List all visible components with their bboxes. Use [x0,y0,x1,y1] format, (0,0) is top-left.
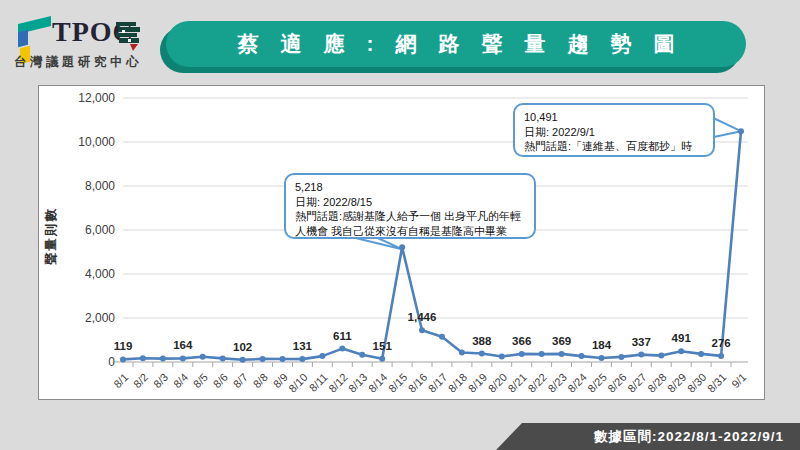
svg-text:8/6: 8/6 [211,371,230,390]
svg-text:6,000: 6,000 [85,223,115,237]
svg-text:4,000: 4,000 [85,267,115,281]
svg-text:8/25: 8/25 [585,371,609,395]
svg-text:聲量則數: 聲量則數 [44,207,58,266]
tpoc-logo: TPOC 台灣議題研究中心 [12,8,164,78]
svg-text:8/17: 8/17 [426,371,450,395]
annotation-topic: 熱門話題:「連維基、百度都抄」時 [524,139,704,154]
title-banner: 蔡適應:網路聲量趨勢圖 [166,21,746,67]
svg-text:151: 151 [373,340,393,352]
svg-text:8/1: 8/1 [111,371,130,390]
svg-text:369: 369 [552,335,571,347]
svg-text:8/3: 8/3 [151,371,170,390]
svg-text:8,000: 8,000 [85,179,115,193]
svg-text:131: 131 [293,340,313,352]
chart-panel: 02,0004,0006,0008,00010,00012,0008/18/28… [38,85,765,400]
annotation-value: 5,218 [295,180,525,195]
svg-text:276: 276 [712,337,731,349]
svg-text:164: 164 [173,339,193,351]
svg-text:184: 184 [592,339,612,351]
svg-text:8/7: 8/7 [231,371,250,390]
svg-text:8/16: 8/16 [406,371,430,395]
svg-text:8/23: 8/23 [545,371,569,395]
svg-text:8/4: 8/4 [171,371,190,390]
page-title: 蔡適應:網路聲量趨勢圖 [216,30,697,58]
svg-text:8/21: 8/21 [505,371,529,395]
data-range-bar: 數據區間:2022/8/1-2022/9/1 [496,423,800,450]
svg-text:8/8: 8/8 [251,371,270,390]
svg-text:10,000: 10,000 [78,135,115,149]
svg-text:8/12: 8/12 [326,371,350,395]
annotation-topic: 熱門話題:感謝基隆人給予一個 出身平凡的年輕人機會 我自己從來沒有自稱是基隆高中… [295,209,525,238]
svg-text:491: 491 [672,332,692,344]
svg-text:8/2: 8/2 [131,371,150,390]
svg-text:388: 388 [472,335,492,347]
svg-text:8/13: 8/13 [346,371,370,395]
svg-text:8/22: 8/22 [525,371,549,395]
logo-blue-ribbon [18,30,28,47]
annotation-callout-9-1: 10,491 日期: 2022/9/1 熱門話題:「連維基、百度都抄」時 [513,103,715,157]
data-range-text: 數據區間:2022/8/1-2022/9/1 [594,428,784,446]
svg-text:119: 119 [114,340,133,352]
svg-text:0: 0 [108,355,115,369]
svg-text:8/26: 8/26 [605,371,629,395]
svg-text:337: 337 [632,336,651,348]
svg-text:12,000: 12,000 [78,91,115,105]
svg-text:8/29: 8/29 [665,371,689,395]
svg-text:8/18: 8/18 [446,371,470,395]
svg-text:8/20: 8/20 [486,371,510,395]
svg-text:8/24: 8/24 [565,371,589,395]
svg-text:8/5: 8/5 [191,371,210,390]
svg-text:2,000: 2,000 [85,311,115,325]
annotation-date: 日期: 2022/8/15 [295,195,525,210]
logo-subtitle: 台灣議題研究中心 [14,54,142,71]
svg-text:102: 102 [233,341,252,353]
annotation-value: 10,491 [524,110,704,125]
qr-code-icon [114,20,144,52]
annotation-date: 日期: 2022/9/1 [524,125,704,140]
svg-text:8/19: 8/19 [466,371,490,395]
svg-text:8/28: 8/28 [645,371,669,395]
svg-text:8/31: 8/31 [705,371,729,395]
svg-text:9/1: 9/1 [729,371,748,390]
svg-text:8/30: 8/30 [685,371,709,395]
svg-text:8/15: 8/15 [386,371,410,395]
annotation-callout-8-15: 5,218 日期: 2022/8/15 熱門話題:感謝基隆人給予一個 出身平凡的… [284,173,536,239]
svg-text:611: 611 [333,330,352,342]
svg-text:1,446: 1,446 [408,311,437,323]
svg-text:8/27: 8/27 [625,371,649,395]
svg-text:8/10: 8/10 [286,371,310,395]
svg-text:366: 366 [512,335,531,347]
svg-text:8/11: 8/11 [307,371,330,394]
svg-text:8/14: 8/14 [366,371,390,395]
